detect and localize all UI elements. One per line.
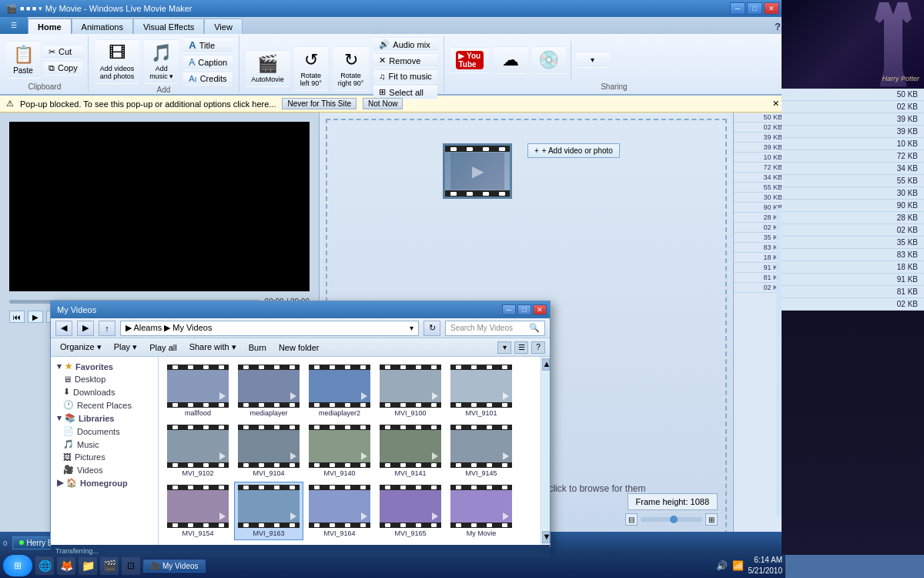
file-item-MVI_9102[interactable]: MVI_9102: [163, 422, 233, 480]
taskbar-firefox-icon[interactable]: 🦊: [57, 556, 75, 575]
file-item-My Movie[interactable]: My Movie: [447, 482, 516, 540]
start-button[interactable]: ⊞: [3, 555, 32, 576]
ie-icon: 🌐: [38, 560, 52, 572]
file-item-MVI_9101[interactable]: MVI_9101: [447, 361, 516, 420]
rotate-right-button[interactable]: ↻ Rotate right 90°: [333, 46, 370, 91]
never-for-site-button[interactable]: Never for This Site: [282, 98, 357, 109]
tab-home[interactable]: Home: [28, 18, 72, 34]
youtube-button[interactable]: ▶ YouTube: [450, 47, 489, 73]
taskbar-window-item[interactable]: 🎥 My Videos: [143, 560, 206, 573]
skydrive-button[interactable]: ☁: [494, 46, 527, 74]
taskbar-network-icon[interactable]: 📶: [732, 560, 744, 571]
clock[interactable]: 6:14 AM 5/21/2010: [748, 555, 783, 576]
address-bar[interactable]: ▶ Aleams ▶ My Videos ▾: [120, 321, 419, 336]
share-with-menu[interactable]: Share with ▾: [185, 341, 241, 353]
file-item-MVI_9164[interactable]: MVI_9164: [305, 482, 374, 540]
dvd-button[interactable]: 💿: [532, 46, 566, 74]
forward-button[interactable]: ▶: [77, 321, 94, 336]
videos-nav-item[interactable]: 🎥 Videos: [51, 463, 158, 476]
explorer-maximize[interactable]: □: [517, 304, 531, 315]
automovie-button[interactable]: 🎬 AutoMovie: [246, 50, 290, 87]
desktop-nav-item[interactable]: 🖥 Desktop: [51, 373, 158, 385]
desktop-icon: ⊡: [127, 560, 135, 571]
up-button[interactable]: ↑: [99, 321, 116, 336]
help-explorer[interactable]: ?: [531, 341, 545, 354]
play-menu[interactable]: Play ▾: [109, 341, 142, 353]
remove-button[interactable]: ✕ Remove: [373, 53, 437, 68]
scroll-track[interactable]: [542, 372, 550, 529]
automovie-icon: 🎬: [257, 54, 278, 74]
new-folder-button[interactable]: New folder: [274, 342, 324, 353]
explorer-close[interactable]: ✕: [533, 304, 547, 315]
title-button[interactable]: A Title: [183, 37, 233, 53]
scroll-up[interactable]: ▲: [542, 358, 550, 371]
taskbar-desktop-icon[interactable]: ⊡: [122, 556, 140, 575]
caption-button[interactable]: A Caption: [183, 55, 233, 70]
add-label: Add: [95, 86, 233, 94]
zoom-slider[interactable]: [641, 517, 702, 522]
file-item-mediaplayer[interactable]: mediaplayer: [234, 361, 303, 420]
notification-close[interactable]: ✕: [772, 99, 779, 109]
file-item-MVI_9104[interactable]: MVI_9104: [234, 422, 303, 480]
hp-banner[interactable]: Harry Potter: [782, 0, 924, 89]
not-now-button[interactable]: Not Now: [363, 98, 403, 109]
explorer-minimize[interactable]: ─: [502, 304, 516, 315]
fit-icon: ♫: [379, 72, 385, 81]
file-item-MVI_9165[interactable]: MVI_9165: [376, 482, 445, 540]
copy-button[interactable]: ⧉ Copy: [43, 61, 83, 76]
file-item-MVI_9141[interactable]: MVI_9141: [376, 422, 445, 480]
burn-button[interactable]: Burn: [244, 342, 271, 353]
tab-view[interactable]: View: [204, 18, 243, 34]
organize-menu[interactable]: Organize ▾: [55, 341, 106, 353]
search-box[interactable]: Search My Videos 🔍: [445, 321, 545, 336]
file-item-MVI_9163[interactable]: MVI_9163: [234, 482, 303, 540]
explorer-scrollbar[interactable]: ▲ ▼: [541, 357, 550, 545]
add-video-button[interactable]: + + Add video or photo: [527, 143, 620, 158]
back-button[interactable]: ◀: [55, 321, 72, 336]
file-item-MVI_9140[interactable]: MVI_9140: [305, 422, 374, 480]
tab-animations[interactable]: Animations: [72, 18, 133, 34]
add-videos-button[interactable]: 🎞 Add videos and photos: [95, 39, 140, 84]
zoom-in-button[interactable]: ⊞: [705, 513, 718, 526]
refresh-button[interactable]: ↻: [424, 321, 440, 336]
music-nav-item[interactable]: 🎵 Music: [51, 438, 158, 451]
search-placeholder: Search My Videos: [450, 324, 513, 332]
taskbar-volume-icon[interactable]: 🔊: [716, 560, 728, 571]
close-button[interactable]: ✕: [764, 2, 779, 15]
add-music-button[interactable]: 🎵 Add music ▾: [144, 39, 179, 84]
audio-mix-button[interactable]: 🔊 Audio mix: [373, 37, 437, 52]
minimize-button[interactable]: ─: [730, 2, 745, 15]
credits-button[interactable]: Aı Credits: [183, 72, 233, 86]
office-menu-button[interactable]: ☰: [0, 17, 28, 34]
play-button[interactable]: ▶: [28, 311, 43, 323]
downloads-nav-item[interactable]: ⬇ Downloads: [51, 385, 158, 398]
cut-button[interactable]: ✂ Cut: [43, 45, 83, 59]
zoom-handle[interactable]: [670, 516, 678, 523]
address-dropdown[interactable]: ▾: [410, 324, 413, 332]
pictures-nav-item[interactable]: 🖼 Pictures: [51, 451, 158, 463]
view-change-button[interactable]: ▾: [497, 341, 511, 354]
file-item-MVI_9100[interactable]: MVI_9100: [376, 361, 445, 420]
more-sharing-button[interactable]: ▾: [576, 52, 610, 68]
file-item-mallfood[interactable]: mallfood: [163, 361, 233, 420]
zoom-fit-button[interactable]: ⊟: [625, 513, 638, 526]
taskbar-folder-icon[interactable]: 📁: [79, 556, 97, 575]
rotate-left-button[interactable]: ↺ Rotate left 90°: [294, 46, 328, 91]
taskbar-ie-icon[interactable]: 🌐: [35, 556, 54, 575]
paste-button[interactable]: 📋 Paste: [6, 41, 40, 79]
file-item-mediaplayer2[interactable]: mediaplayer2: [305, 361, 374, 420]
tab-visual-effects[interactable]: Visual Effects: [133, 18, 204, 34]
scroll-down[interactable]: ▼: [542, 531, 550, 543]
file-item-MVI_9145[interactable]: MVI_9145: [447, 422, 516, 480]
play-all-button[interactable]: Play all: [145, 342, 181, 353]
file-item-MVI_9154[interactable]: MVI_9154: [163, 482, 233, 540]
details-toggle[interactable]: ☰: [514, 341, 528, 354]
documents-nav-item[interactable]: 📄 Documents: [51, 425, 158, 438]
storyboard-clip[interactable]: ▶: [443, 143, 512, 199]
maximize-button[interactable]: □: [747, 2, 762, 15]
fit-to-music-button[interactable]: ♫ Fit to music: [373, 69, 437, 83]
explorer-sidebar: ▾ ★ Favorites 🖥 Desktop ⬇ Downloads 🕐 Re…: [51, 357, 159, 545]
taskbar-media-icon[interactable]: 🎬: [100, 556, 119, 575]
recent-places-nav-item[interactable]: 🕐 Recent Places: [51, 398, 158, 412]
skip-start-button[interactable]: ⏮: [9, 311, 25, 323]
